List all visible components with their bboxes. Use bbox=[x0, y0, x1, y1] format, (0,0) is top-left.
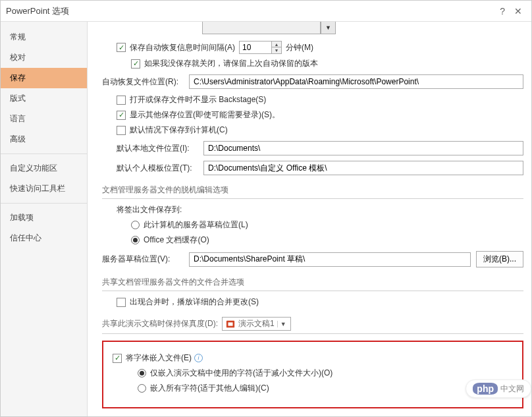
chevron-down-icon[interactable]: ▼ bbox=[321, 22, 336, 34]
embed-subset-radio[interactable] bbox=[138, 369, 146, 377]
sidebar-separator bbox=[1, 153, 87, 154]
office-cache-radio-row: Office 文档缓存(O) bbox=[131, 235, 523, 246]
office-cache-radio-label: Office 文档缓存(O) bbox=[144, 235, 209, 246]
sidebar: 常规 校对 保存 版式 语言 高级 自定义功能区 快速访问工具栏 加载项 信任中… bbox=[1, 22, 88, 416]
keep-last-row: 如果我没保存就关闭，请保留上次自动保留的版本 bbox=[131, 58, 523, 69]
show-other-locations-row: 显示其他保存位置(即使可能需要登录)(S)。 bbox=[117, 109, 523, 121]
detail-merge-checkbox[interactable] bbox=[117, 298, 126, 307]
detail-merge-row: 出现合并时，播放详细的合并更改(S) bbox=[117, 296, 523, 308]
autosave-label: 保存自动恢复信息时间间隔(A) bbox=[130, 42, 235, 53]
embed-fonts-label: 将字体嵌入文件(E) bbox=[126, 352, 192, 364]
presentation-dropdown[interactable]: 演示文稿1 ▼ bbox=[222, 317, 291, 331]
default-computer-row: 默认情况下保存到计算机(C) bbox=[117, 125, 523, 136]
keep-last-label: 如果我没保存就关闭，请保留上次自动保留的版本 bbox=[144, 58, 318, 69]
spinner-down-icon[interactable]: ▼ bbox=[272, 47, 281, 53]
show-other-locations-label: 显示其他保存位置(即使可能需要登录)(S)。 bbox=[130, 109, 280, 121]
info-icon[interactable]: i bbox=[194, 354, 203, 362]
save-format-dropdown[interactable] bbox=[202, 22, 321, 34]
autorecover-location-input[interactable] bbox=[189, 74, 523, 89]
default-template-input[interactable] bbox=[203, 161, 523, 175]
autosave-interval-input[interactable] bbox=[240, 42, 271, 53]
dialog-body: 常规 校对 保存 版式 语言 高级 自定义功能区 快速访问工具栏 加载项 信任中… bbox=[1, 22, 531, 416]
server-drafts-location-label: 服务器草稿位置(V): bbox=[102, 254, 189, 265]
sidebar-item-trust-center[interactable]: 信任中心 bbox=[1, 228, 87, 248]
default-local-input[interactable] bbox=[203, 141, 523, 155]
autosave-row: 保存自动恢复信息时间间隔(A) ▲ ▼ 分钟(M) bbox=[117, 41, 523, 54]
default-computer-label: 默认情况下保存到计算机(C) bbox=[130, 125, 228, 136]
sidebar-item-layout[interactable]: 版式 bbox=[1, 88, 87, 109]
show-other-locations-checkbox[interactable] bbox=[117, 111, 126, 120]
default-computer-checkbox[interactable] bbox=[117, 126, 126, 135]
merge-section-header: 共享文档管理服务器文件的文件合并选项 bbox=[102, 277, 523, 291]
default-template-label: 默认个人模板位置(T): bbox=[117, 163, 203, 174]
chevron-down-icon[interactable]: ▼ bbox=[277, 321, 289, 327]
embed-all-row: 嵌入所有字符(适于其他人编辑)(C) bbox=[138, 383, 513, 394]
server-drafts-location-row: 服务器草稿位置(V): 浏览(B)... bbox=[102, 251, 523, 267]
checkout-label: 将签出文件保存到: bbox=[117, 204, 182, 215]
sidebar-item-quick-access[interactable]: 快速访问工具栏 bbox=[1, 179, 87, 199]
browse-button[interactable]: 浏览(B)... bbox=[476, 251, 523, 267]
fidelity-section-header: 共享此演示文稿时保持保真度(D): 演示文稿1 ▼ bbox=[102, 317, 523, 334]
server-drafts-radio[interactable] bbox=[131, 221, 140, 229]
sidebar-item-language[interactable]: 语言 bbox=[1, 109, 87, 129]
sidebar-item-addins[interactable]: 加载项 bbox=[1, 208, 87, 228]
embed-fonts-highlight-box: 将字体嵌入文件(E) i 仅嵌入演示文稿中使用的字符(适于减小文件大小)(O) … bbox=[102, 341, 523, 408]
svg-rect-1 bbox=[228, 322, 233, 325]
embed-fonts-checkbox[interactable] bbox=[113, 354, 122, 363]
spinner-up-icon[interactable]: ▲ bbox=[272, 42, 281, 47]
sidebar-item-proofing[interactable]: 校对 bbox=[1, 47, 87, 68]
fidelity-header-text: 共享此演示文稿时保持保真度(D): bbox=[102, 318, 218, 329]
powerpoint-file-icon bbox=[225, 320, 236, 329]
cutoff-row: ▼ bbox=[117, 22, 523, 34]
sidebar-item-save[interactable]: 保存 bbox=[1, 68, 87, 88]
help-button[interactable]: ? bbox=[494, 6, 510, 16]
autosave-unit-label: 分钟(M) bbox=[286, 42, 313, 53]
php-logo-icon: php bbox=[473, 383, 498, 395]
titlebar: PowerPoint 选项 ? ✕ bbox=[1, 1, 531, 22]
autorecover-location-row: 自动恢复文件位置(R): bbox=[102, 74, 523, 89]
watermark: php 中文网 bbox=[466, 379, 531, 398]
embed-all-label: 嵌入所有字符(适于其他人编辑)(C) bbox=[150, 383, 269, 394]
detail-merge-label: 出现合并时，播放详细的合并更改(S) bbox=[130, 296, 259, 308]
window-title: PowerPoint 选项 bbox=[6, 5, 494, 17]
hide-backstage-label: 打开或保存文件时不显示 Backstage(S) bbox=[130, 94, 266, 105]
office-cache-radio[interactable] bbox=[131, 236, 140, 244]
sidebar-item-customize-ribbon[interactable]: 自定义功能区 bbox=[1, 158, 87, 179]
autosave-interval-spinner[interactable]: ▲ ▼ bbox=[239, 41, 282, 54]
hide-backstage-checkbox[interactable] bbox=[117, 96, 126, 105]
default-template-row: 默认个人模板位置(T): bbox=[117, 161, 523, 175]
server-drafts-location-input[interactable] bbox=[189, 252, 471, 267]
embed-all-radio[interactable] bbox=[138, 384, 146, 393]
sidebar-item-general[interactable]: 常规 bbox=[1, 27, 87, 47]
default-local-row: 默认本地文件位置(I): bbox=[117, 141, 523, 155]
server-drafts-radio-row: 此计算机的服务器草稿位置(L) bbox=[131, 219, 523, 231]
embed-subset-row: 仅嵌入演示文稿中使用的字符(适于减小文件大小)(O) bbox=[138, 368, 513, 379]
embed-fonts-row: 将字体嵌入文件(E) i bbox=[113, 352, 513, 364]
options-dialog: PowerPoint 选项 ? ✕ 常规 校对 保存 版式 语言 高级 自定义功… bbox=[0, 0, 532, 417]
hide-backstage-row: 打开或保存文件时不显示 Backstage(S) bbox=[117, 94, 523, 105]
presentation-dropdown-value: 演示文稿1 bbox=[238, 318, 277, 329]
sidebar-separator bbox=[1, 203, 87, 204]
close-button[interactable]: ✕ bbox=[510, 6, 526, 16]
autosave-checkbox[interactable] bbox=[117, 43, 126, 52]
keep-last-checkbox[interactable] bbox=[131, 59, 140, 69]
offline-section-header: 文档管理服务器文件的脱机编辑选项 bbox=[102, 184, 523, 199]
sidebar-item-advanced[interactable]: 高级 bbox=[1, 129, 87, 150]
autorecover-location-label: 自动恢复文件位置(R): bbox=[102, 76, 189, 88]
default-local-label: 默认本地文件位置(I): bbox=[117, 143, 203, 154]
watermark-text: 中文网 bbox=[500, 383, 524, 395]
embed-subset-label: 仅嵌入演示文稿中使用的字符(适于减小文件大小)(O) bbox=[150, 368, 332, 379]
main-panel: ▼ 保存自动恢复信息时间间隔(A) ▲ ▼ 分钟(M) 如果我没保存就关闭，请保… bbox=[88, 22, 531, 416]
checkout-label-row: 将签出文件保存到: bbox=[117, 204, 523, 215]
server-drafts-radio-label: 此计算机的服务器草稿位置(L) bbox=[144, 219, 248, 231]
